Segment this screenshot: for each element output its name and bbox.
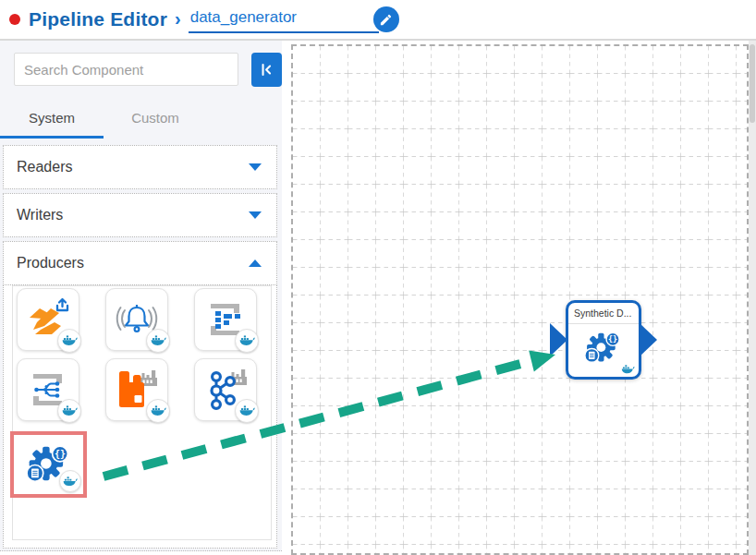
section-producers[interactable]: Producers bbox=[3, 241, 277, 285]
component-rabbitmq[interactable] bbox=[105, 358, 168, 421]
section-writers-label: Writers bbox=[17, 207, 249, 223]
component-kafka[interactable] bbox=[194, 358, 257, 421]
node-input-port[interactable] bbox=[550, 323, 567, 356]
status-dot bbox=[9, 14, 20, 25]
app-header: Pipeline Editor › bbox=[0, 0, 756, 41]
collapse-sidebar-button[interactable] bbox=[251, 53, 282, 87]
chevron-up-icon bbox=[249, 259, 262, 267]
tab-system[interactable]: System bbox=[0, 96, 104, 139]
section-readers[interactable]: Readers bbox=[3, 145, 277, 189]
producers-component-grid: {} bbox=[12, 285, 272, 540]
section-readers-label: Readers bbox=[17, 159, 249, 175]
producers-panel: {} bbox=[3, 285, 277, 549]
docker-whale-icon bbox=[57, 329, 81, 353]
collapse-panel-left-icon bbox=[258, 61, 275, 78]
canvas-grid bbox=[293, 46, 747, 553]
docker-whale-icon bbox=[57, 399, 81, 423]
docker-whale-icon bbox=[235, 399, 259, 423]
svg-text:{}: {} bbox=[608, 334, 617, 344]
search-input[interactable] bbox=[14, 53, 238, 86]
docker-whale-icon bbox=[59, 470, 81, 492]
vertical-scrollbar[interactable] bbox=[749, 41, 756, 555]
section-writers[interactable]: Writers bbox=[3, 193, 277, 237]
component-stream[interactable] bbox=[17, 358, 79, 421]
component-data-publisher[interactable] bbox=[17, 288, 79, 351]
synthetic-data-generator-icon: {} bbox=[584, 329, 623, 368]
edit-pipeline-name-button[interactable] bbox=[373, 6, 399, 32]
pipeline-canvas[interactable]: Synthetic D... bbox=[291, 44, 749, 555]
svg-text:{}: {} bbox=[55, 449, 66, 459]
page-title: Pipeline Editor bbox=[29, 8, 167, 30]
pipeline-name-input[interactable] bbox=[189, 6, 379, 33]
pencil-icon bbox=[379, 13, 393, 27]
tab-custom[interactable]: Custom bbox=[104, 96, 207, 139]
component-synthetic-data-generator[interactable]: {} bbox=[14, 435, 83, 494]
node-synthetic-data-generator[interactable]: Synthetic D... bbox=[566, 300, 641, 380]
document-badge bbox=[27, 465, 43, 482]
component-alert[interactable] bbox=[105, 288, 168, 351]
node-output-port[interactable] bbox=[640, 323, 657, 356]
selected-component-highlight: {} bbox=[10, 431, 87, 498]
component-sidebar: System Custom Readers Writers Producers bbox=[0, 41, 282, 551]
json-braces-badge: {} bbox=[52, 446, 67, 462]
chevron-down-icon bbox=[249, 211, 262, 219]
component-structured-output[interactable] bbox=[194, 288, 257, 351]
scrollbar-thumb[interactable] bbox=[750, 44, 755, 123]
docker-whale-icon bbox=[621, 365, 635, 374]
docker-whale-icon bbox=[235, 329, 259, 353]
breadcrumb-chevron-icon: › bbox=[175, 8, 181, 30]
chevron-down-icon bbox=[249, 163, 262, 171]
node-title: Synthetic D... bbox=[568, 303, 639, 324]
active-tab-indicator bbox=[0, 136, 104, 139]
docker-whale-icon bbox=[146, 399, 170, 423]
section-producers-label: Producers bbox=[17, 255, 249, 271]
docker-whale-icon bbox=[146, 329, 170, 353]
